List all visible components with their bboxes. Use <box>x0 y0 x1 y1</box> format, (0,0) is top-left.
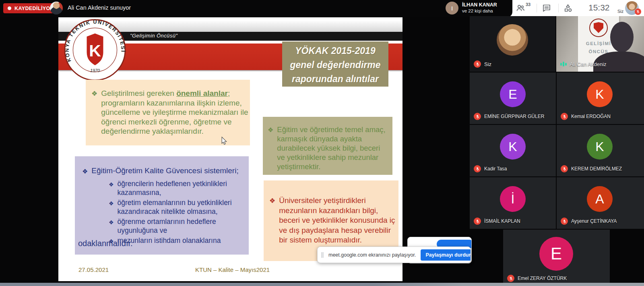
participant-name: Siz <box>484 61 491 67</box>
presenter-silhouette <box>610 22 634 52</box>
participant-tile[interactable]: K Kemal ERDOĞAN <box>557 73 644 124</box>
mic-off-icon <box>635 8 641 15</box>
people-icon[interactable] <box>516 3 525 13</box>
mic-off-icon <box>474 165 481 172</box>
avatar-initial: K <box>595 87 604 102</box>
participant-tile[interactable]: K KEREM DEMİRÖLMEZ <box>557 125 644 176</box>
university-logo: KONYA TEKNİK ÜNİVERSİTESİ K 1970 <box>63 19 127 81</box>
avatar: K <box>587 81 613 107</box>
logo-year: 1970 <box>90 68 100 73</box>
overflow-participant-name: İLHAN KANAR <box>462 2 497 8</box>
share-message: meet.google.com ekranınızı paylaşıyor. <box>328 252 416 258</box>
quality-heading: Eğitim-Öğretim Kalite Güvencesi sistemle… <box>91 166 238 176</box>
slide-date: 27.05.2021 <box>78 266 109 273</box>
participant-name: Ayşenur ÇETİNKAYA <box>571 218 617 224</box>
bullet-icon: ❖ <box>109 199 114 216</box>
presenter-avatar <box>50 2 63 15</box>
participant-name: Emel ZERAY ÖZTÜRK <box>518 276 567 281</box>
recording-label: KAYDEDİLİYOR <box>14 6 54 11</box>
logo-monogram: K <box>89 41 101 60</box>
presenter-status: Ali Can Akdeniz sunuyor <box>68 4 131 11</box>
mic-off-icon <box>474 218 481 225</box>
avatar: İ <box>500 186 526 212</box>
speaking-indicator-icon <box>560 60 567 68</box>
you-tile[interactable]: Siz <box>470 16 555 72</box>
bullet-icon: ❖ <box>91 89 97 136</box>
text-box-education-goal: ❖ Eğitim ve öğretimde temel amaç, karmaş… <box>263 117 392 175</box>
avatar-initial: E <box>551 244 562 263</box>
education-goal-text: Eğitim ve öğretimde temel amaç, karmaşık… <box>277 125 390 171</box>
mic-off-icon <box>561 218 568 225</box>
participant-name: Ali Can Akdeniz <box>570 61 607 67</box>
meet-window: KAYDEDİLİYOR Ali Can Akdeniz sunuyor I İ… <box>0 0 644 286</box>
avatar-initial: E <box>508 87 517 102</box>
text-box-important-areas: ❖ Geliştirilmesi gereken önemli alanlar;… <box>86 80 250 145</box>
participant-name: EMİNE GÜRPINAR GÜLER <box>484 114 544 119</box>
slide-footer: KTUN – Kalite – Mayıs2021 <box>195 266 270 273</box>
overflow-participant-avatar[interactable]: I <box>446 2 458 15</box>
mouse-cursor <box>221 137 227 147</box>
mic-off-icon <box>474 60 481 68</box>
participant-name: Kadir Tasa <box>484 166 507 172</box>
avatar: E <box>539 237 573 271</box>
mic-off-icon <box>474 113 481 120</box>
important-areas-emphasis: önemli alanlar <box>176 89 228 97</box>
avatar: A <box>587 186 613 212</box>
clock: 15:32 <box>588 3 610 12</box>
chat-icon[interactable] <box>542 3 551 13</box>
avatar-initial: K <box>595 139 604 154</box>
quality-item: ❖ öğrenme ortamlarının hedeflere uygunlu… <box>109 218 242 235</box>
participant-name: İSMAİL KAPLAN <box>484 218 520 224</box>
title-line-1: YÖKAK 2015-2019 <box>282 44 388 58</box>
avatar: K <box>500 134 526 160</box>
you-photo-avatar <box>497 24 528 56</box>
bullet-icon: ❖ <box>109 218 114 235</box>
participant-name: KEREM DEMİRÖLMEZ <box>571 166 622 172</box>
title-line-3: raporundan alıntılar <box>282 72 388 86</box>
avatar: E <box>500 81 526 107</box>
presenter-video-tile[interactable]: GELİŞİMİ ÖNCÜS Ali Can Akdeniz <box>556 16 644 72</box>
recording-dot-icon <box>8 6 11 10</box>
bullet-icon: ❖ <box>268 125 273 171</box>
overflow-participant-more: ve 22 kişi daha <box>462 8 497 14</box>
mic-off-icon <box>561 165 568 172</box>
bullet-icon: ❖ <box>269 196 275 245</box>
avatar-initial: A <box>595 192 604 207</box>
participant-tile[interactable]: A Ayşenur ÇETİNKAYA <box>557 177 644 229</box>
screen-share-bar: meet.google.com ekranınızı paylaşıyor. P… <box>317 247 471 263</box>
people-count-badge: 33 <box>526 2 530 7</box>
important-areas-text: Geliştirilmesi gereken önemli alanlar; p… <box>101 89 248 136</box>
quality-item: ❖ öğrencilerin hedeflenen yetkinlikleri … <box>109 180 242 197</box>
mic-off-icon <box>507 275 514 282</box>
avatar: K <box>587 134 613 160</box>
quality-item: ❖ öğretim elemanlarının bu yetkinlikleri… <box>109 199 242 216</box>
avatar-initial: K <box>508 139 517 154</box>
bullet-icon: ❖ <box>109 180 114 197</box>
slide-title: YÖKAK 2015-2019 genel değerlendirme rapo… <box>282 41 388 87</box>
mic-off-icon <box>561 113 568 120</box>
overflow-participant-label[interactable]: İLHAN KANAR ve 22 kişi daha <box>462 2 497 14</box>
shared-slide: "Gelişimin Öncüsü" KONYA TEKNİK ÜNİVERSİ… <box>58 17 402 281</box>
participant-tile[interactable]: E Emel ZERAY ÖZTÜRK <box>503 230 610 286</box>
toolbar-divider <box>537 4 537 12</box>
text-box-quality-systems: ❖ Eğitim-Öğretim Kalite Güvencesi sistem… <box>75 156 249 255</box>
participant-name: Kemal ERDOĞAN <box>571 114 611 119</box>
avatar-initial: İ <box>511 192 515 207</box>
you-label: Siz <box>617 9 623 14</box>
participant-tile[interactable]: İ İSMAİL KAPLAN <box>470 177 556 229</box>
accountability-text: Üniversiteler yetiştirdikleri mezunların… <box>279 196 396 245</box>
participant-tile[interactable]: E EMİNE GÜRPINAR GÜLER <box>470 73 556 124</box>
bottom-edge-strip <box>0 283 644 286</box>
participant-tile[interactable]: K Kadir Tasa <box>470 125 556 176</box>
title-line-2: genel değerlendirme <box>282 58 388 72</box>
university-motto: "Gelişimin Öncüsü" <box>130 33 178 39</box>
drag-handle-icon[interactable] <box>322 252 324 258</box>
toolbar-divider <box>558 4 559 12</box>
stop-sharing-button[interactable]: Paylaşmayı durdur <box>421 249 471 261</box>
avatar-initial: I <box>451 5 453 12</box>
bullet-icon: ❖ <box>82 166 88 176</box>
activities-icon[interactable] <box>563 3 573 13</box>
quality-closing: odaklanmalıdır. <box>78 239 133 248</box>
